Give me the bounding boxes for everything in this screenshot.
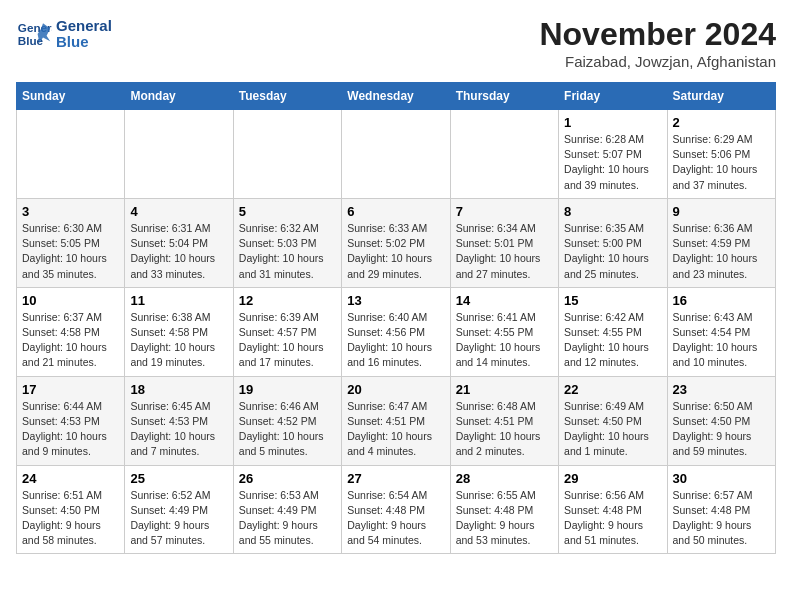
day-number: 30 (673, 471, 770, 486)
calendar-day-cell: 24Sunrise: 6:51 AM Sunset: 4:50 PM Dayli… (17, 465, 125, 554)
day-info: Sunrise: 6:57 AM Sunset: 4:48 PM Dayligh… (673, 488, 770, 549)
calendar-day-cell: 30Sunrise: 6:57 AM Sunset: 4:48 PM Dayli… (667, 465, 775, 554)
day-number: 13 (347, 293, 444, 308)
day-number: 4 (130, 204, 227, 219)
day-info: Sunrise: 6:46 AM Sunset: 4:52 PM Dayligh… (239, 399, 336, 460)
page-header: General Blue General Blue November 2024 … (16, 16, 776, 70)
weekday-header-friday: Friday (559, 83, 667, 110)
calendar-day-cell: 16Sunrise: 6:43 AM Sunset: 4:54 PM Dayli… (667, 287, 775, 376)
weekday-header-row: SundayMondayTuesdayWednesdayThursdayFrid… (17, 83, 776, 110)
empty-cell (17, 110, 125, 199)
calendar-day-cell: 5Sunrise: 6:32 AM Sunset: 5:03 PM Daylig… (233, 198, 341, 287)
day-number: 22 (564, 382, 661, 397)
calendar-day-cell: 13Sunrise: 6:40 AM Sunset: 4:56 PM Dayli… (342, 287, 450, 376)
day-info: Sunrise: 6:47 AM Sunset: 4:51 PM Dayligh… (347, 399, 444, 460)
calendar-day-cell: 18Sunrise: 6:45 AM Sunset: 4:53 PM Dayli… (125, 376, 233, 465)
day-number: 1 (564, 115, 661, 130)
logo-line1: General (56, 18, 112, 35)
day-info: Sunrise: 6:44 AM Sunset: 4:53 PM Dayligh… (22, 399, 119, 460)
day-info: Sunrise: 6:43 AM Sunset: 4:54 PM Dayligh… (673, 310, 770, 371)
day-number: 15 (564, 293, 661, 308)
calendar-week-row: 10Sunrise: 6:37 AM Sunset: 4:58 PM Dayli… (17, 287, 776, 376)
calendar-day-cell: 28Sunrise: 6:55 AM Sunset: 4:48 PM Dayli… (450, 465, 558, 554)
day-info: Sunrise: 6:32 AM Sunset: 5:03 PM Dayligh… (239, 221, 336, 282)
day-info: Sunrise: 6:51 AM Sunset: 4:50 PM Dayligh… (22, 488, 119, 549)
day-info: Sunrise: 6:52 AM Sunset: 4:49 PM Dayligh… (130, 488, 227, 549)
empty-cell (450, 110, 558, 199)
calendar-day-cell: 26Sunrise: 6:53 AM Sunset: 4:49 PM Dayli… (233, 465, 341, 554)
day-number: 2 (673, 115, 770, 130)
day-number: 28 (456, 471, 553, 486)
logo-icon: General Blue (16, 16, 52, 52)
calendar-day-cell: 2Sunrise: 6:29 AM Sunset: 5:06 PM Daylig… (667, 110, 775, 199)
calendar-day-cell: 10Sunrise: 6:37 AM Sunset: 4:58 PM Dayli… (17, 287, 125, 376)
day-number: 9 (673, 204, 770, 219)
calendar-day-cell: 15Sunrise: 6:42 AM Sunset: 4:55 PM Dayli… (559, 287, 667, 376)
day-number: 12 (239, 293, 336, 308)
empty-cell (342, 110, 450, 199)
day-info: Sunrise: 6:56 AM Sunset: 4:48 PM Dayligh… (564, 488, 661, 549)
day-info: Sunrise: 6:40 AM Sunset: 4:56 PM Dayligh… (347, 310, 444, 371)
weekday-header-wednesday: Wednesday (342, 83, 450, 110)
day-number: 5 (239, 204, 336, 219)
calendar-day-cell: 9Sunrise: 6:36 AM Sunset: 4:59 PM Daylig… (667, 198, 775, 287)
day-number: 26 (239, 471, 336, 486)
day-number: 25 (130, 471, 227, 486)
weekday-header-sunday: Sunday (17, 83, 125, 110)
day-info: Sunrise: 6:55 AM Sunset: 4:48 PM Dayligh… (456, 488, 553, 549)
calendar-week-row: 3Sunrise: 6:30 AM Sunset: 5:05 PM Daylig… (17, 198, 776, 287)
calendar-table: SundayMondayTuesdayWednesdayThursdayFrid… (16, 82, 776, 554)
day-number: 18 (130, 382, 227, 397)
day-info: Sunrise: 6:29 AM Sunset: 5:06 PM Dayligh… (673, 132, 770, 193)
calendar-day-cell: 19Sunrise: 6:46 AM Sunset: 4:52 PM Dayli… (233, 376, 341, 465)
calendar-day-cell: 29Sunrise: 6:56 AM Sunset: 4:48 PM Dayli… (559, 465, 667, 554)
calendar-day-cell: 12Sunrise: 6:39 AM Sunset: 4:57 PM Dayli… (233, 287, 341, 376)
day-info: Sunrise: 6:37 AM Sunset: 4:58 PM Dayligh… (22, 310, 119, 371)
calendar-day-cell: 17Sunrise: 6:44 AM Sunset: 4:53 PM Dayli… (17, 376, 125, 465)
day-info: Sunrise: 6:30 AM Sunset: 5:05 PM Dayligh… (22, 221, 119, 282)
empty-cell (233, 110, 341, 199)
location-subtitle: Faizabad, Jowzjan, Afghanistan (539, 53, 776, 70)
day-number: 10 (22, 293, 119, 308)
weekday-header-monday: Monday (125, 83, 233, 110)
day-info: Sunrise: 6:48 AM Sunset: 4:51 PM Dayligh… (456, 399, 553, 460)
day-info: Sunrise: 6:35 AM Sunset: 5:00 PM Dayligh… (564, 221, 661, 282)
calendar-week-row: 1Sunrise: 6:28 AM Sunset: 5:07 PM Daylig… (17, 110, 776, 199)
weekday-header-tuesday: Tuesday (233, 83, 341, 110)
day-info: Sunrise: 6:50 AM Sunset: 4:50 PM Dayligh… (673, 399, 770, 460)
calendar-day-cell: 14Sunrise: 6:41 AM Sunset: 4:55 PM Dayli… (450, 287, 558, 376)
calendar-day-cell: 22Sunrise: 6:49 AM Sunset: 4:50 PM Dayli… (559, 376, 667, 465)
day-number: 17 (22, 382, 119, 397)
day-number: 19 (239, 382, 336, 397)
day-info: Sunrise: 6:36 AM Sunset: 4:59 PM Dayligh… (673, 221, 770, 282)
day-info: Sunrise: 6:34 AM Sunset: 5:01 PM Dayligh… (456, 221, 553, 282)
day-info: Sunrise: 6:49 AM Sunset: 4:50 PM Dayligh… (564, 399, 661, 460)
calendar-day-cell: 25Sunrise: 6:52 AM Sunset: 4:49 PM Dayli… (125, 465, 233, 554)
day-number: 14 (456, 293, 553, 308)
calendar-day-cell: 4Sunrise: 6:31 AM Sunset: 5:04 PM Daylig… (125, 198, 233, 287)
calendar-day-cell: 7Sunrise: 6:34 AM Sunset: 5:01 PM Daylig… (450, 198, 558, 287)
calendar-day-cell: 6Sunrise: 6:33 AM Sunset: 5:02 PM Daylig… (342, 198, 450, 287)
empty-cell (125, 110, 233, 199)
calendar-day-cell: 8Sunrise: 6:35 AM Sunset: 5:00 PM Daylig… (559, 198, 667, 287)
day-info: Sunrise: 6:38 AM Sunset: 4:58 PM Dayligh… (130, 310, 227, 371)
day-number: 6 (347, 204, 444, 219)
day-info: Sunrise: 6:28 AM Sunset: 5:07 PM Dayligh… (564, 132, 661, 193)
weekday-header-saturday: Saturday (667, 83, 775, 110)
title-block: November 2024 Faizabad, Jowzjan, Afghani… (539, 16, 776, 70)
day-number: 23 (673, 382, 770, 397)
day-number: 24 (22, 471, 119, 486)
day-number: 11 (130, 293, 227, 308)
day-number: 29 (564, 471, 661, 486)
weekday-header-thursday: Thursday (450, 83, 558, 110)
day-info: Sunrise: 6:53 AM Sunset: 4:49 PM Dayligh… (239, 488, 336, 549)
calendar-day-cell: 23Sunrise: 6:50 AM Sunset: 4:50 PM Dayli… (667, 376, 775, 465)
day-number: 7 (456, 204, 553, 219)
logo: General Blue General Blue (16, 16, 112, 52)
month-title: November 2024 (539, 16, 776, 53)
day-info: Sunrise: 6:45 AM Sunset: 4:53 PM Dayligh… (130, 399, 227, 460)
day-info: Sunrise: 6:39 AM Sunset: 4:57 PM Dayligh… (239, 310, 336, 371)
day-number: 27 (347, 471, 444, 486)
calendar-day-cell: 3Sunrise: 6:30 AM Sunset: 5:05 PM Daylig… (17, 198, 125, 287)
calendar-day-cell: 27Sunrise: 6:54 AM Sunset: 4:48 PM Dayli… (342, 465, 450, 554)
